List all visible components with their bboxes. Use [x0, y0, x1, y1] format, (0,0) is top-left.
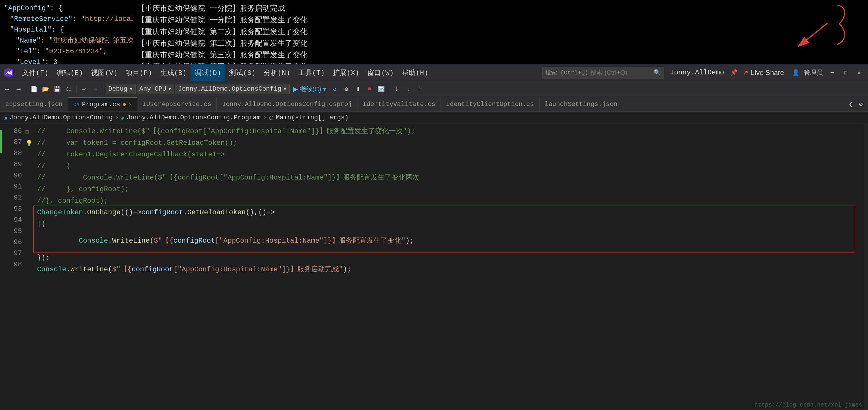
tabs-overflow-button[interactable]: ❮	[846, 99, 855, 109]
continue-button[interactable]: ▶ 继续(C) ▾	[291, 84, 329, 95]
user-icon[interactable]: 👤	[790, 67, 801, 78]
tab-program-close[interactable]: ×	[129, 102, 132, 108]
menu-debug[interactable]: 调试(D)	[191, 64, 225, 81]
tab-identityclientoption[interactable]: IdentityClientOption.cs	[441, 97, 539, 112]
save-all-icon[interactable]: 🗂	[63, 84, 74, 94]
platform-dropdown[interactable]: Any CPU ▾	[137, 84, 174, 94]
collapse-93: □	[25, 124, 33, 135]
redo-button[interactable]: ↪	[90, 84, 101, 94]
line-num-92: 92	[5, 192, 22, 203]
minimize-button[interactable]: —	[826, 66, 839, 79]
menu-file[interactable]: 文件(F)	[18, 64, 53, 81]
step-into-icon[interactable]: ↓	[403, 84, 413, 94]
menu-analyze[interactable]: 分析(N)	[260, 64, 294, 81]
toolbar-separator-2	[76, 85, 76, 93]
project-name-label: Jonny.AllDemo	[670, 69, 724, 76]
undo-button[interactable]: ↩	[79, 84, 89, 94]
line-89-code: // {	[37, 161, 70, 172]
menu-view[interactable]: 视图(V)	[87, 64, 121, 81]
search-icon: 🔍	[654, 69, 661, 76]
tabs-settings-button[interactable]: ⚙	[857, 99, 865, 109]
line-num-91: 91	[5, 181, 22, 192]
save-icon[interactable]: 💾	[52, 84, 62, 94]
red-brace-annotation	[833, 3, 850, 55]
vertical-scrollbar[interactable]	[864, 124, 868, 410]
menu-tools[interactable]: 工具(T)	[294, 64, 329, 81]
breadcrumb-method[interactable]: Main(string[] args)	[276, 114, 349, 121]
tab-identityvalitate-label: IdentityValitate.cs	[363, 101, 435, 108]
restore-button[interactable]: ☐	[839, 66, 852, 79]
stop-icon[interactable]: ■	[364, 84, 375, 94]
back-button[interactable]: ⟵	[2, 84, 12, 94]
code-line-91: // }, configRoot);	[37, 184, 860, 195]
tab-identityvalitate[interactable]: IdentityValitate.cs	[358, 97, 441, 112]
play-icon: ▶	[293, 86, 298, 93]
tab-launchsettings[interactable]: launchSettings.json	[539, 97, 623, 112]
red-arrow-annotation	[775, 18, 833, 58]
tab-appsetting-label: appsetting.json	[5, 101, 63, 108]
toolbar-separator-4	[389, 85, 389, 93]
menu-test[interactable]: 测试(S)	[225, 64, 259, 81]
debug-mode-dropdown[interactable]: Debug ▾	[106, 84, 135, 94]
tab-csproj-label: Jonny.AllDemo.OptionsConfig.csproj	[222, 101, 352, 108]
breadcrumb-project[interactable]: Jonny.AllDemo.OptionsConfig	[9, 114, 113, 121]
search-input[interactable]	[590, 69, 654, 76]
line-num-96: 96	[5, 237, 22, 248]
menu-extensions[interactable]: 扩展(X)	[329, 64, 363, 81]
code-line-96: });	[37, 252, 860, 264]
live-share-icon: ↗	[743, 69, 748, 77]
live-share-button[interactable]: ↗ Live Share	[739, 67, 787, 78]
tab-csproj[interactable]: Jonny.AllDemo.OptionsConfig.csproj	[217, 97, 358, 112]
open-file-icon[interactable]: 📂	[40, 84, 51, 94]
line-92-code: //}, configRoot);	[37, 195, 108, 207]
lightbulb-94: 💡	[25, 135, 33, 147]
close-button[interactable]: ✕	[852, 66, 866, 79]
menu-help[interactable]: 帮助(H)	[398, 64, 432, 81]
code-line-86: // Console.WriteLine($"【{configRoot["App…	[37, 126, 860, 137]
line-num-90: 90	[5, 170, 22, 181]
console-line-5: 【重庆市妇幼保健院 第三次】服务配置发生了变化	[137, 50, 864, 61]
debug-icon-1[interactable]: ⚙	[341, 84, 351, 94]
step-out-icon[interactable]: ↑	[414, 84, 425, 94]
visual-studio-icon	[3, 67, 14, 78]
menu-project[interactable]: 项目(P)	[122, 64, 156, 81]
continue-chevron: ▾	[323, 86, 326, 93]
json-line-2: "RemoteService": "http://localhost:44371…	[4, 13, 129, 24]
console-line-2: 【重庆市妇幼保健院 一分院】服务配置发生了变化	[137, 14, 864, 26]
watermark: https://blog.csdn.net/xhl_james	[754, 402, 862, 408]
code-content[interactable]: // Console.WriteLine($"【{configRoot["App…	[33, 124, 864, 410]
line-num-88: 88	[5, 148, 22, 159]
breadcrumb-icon-2: ◈	[121, 115, 125, 121]
restart-icon[interactable]: 🔄	[376, 84, 386, 94]
pause-icon[interactable]: ⏸	[353, 84, 363, 94]
project-dropdown[interactable]: Jonny.AllDemo.OptionsConfig ▾	[176, 84, 290, 94]
tab-icon-cs: C#	[73, 102, 80, 108]
lightbulb-icon[interactable]: 💡	[26, 138, 33, 149]
tab-iuserappservice[interactable]: IUserAppService.cs	[137, 97, 217, 112]
breadcrumb-file[interactable]: Jonny.AllDemo.OptionsConfig.Program	[127, 114, 260, 121]
code-line-98	[37, 275, 860, 287]
tab-appsetting[interactable]: appsetting.json	[0, 97, 68, 112]
toolbar: ⟵ ⟶ 📄 📂 💾 🗂 ↩ ↪ Debug ▾ Any CPU ▾ Jonny.…	[0, 81, 868, 97]
tab-program-label: Program.cs	[82, 101, 120, 108]
admin-label: 管理员	[804, 68, 823, 77]
refresh-icon[interactable]: ↺	[330, 84, 340, 94]
line-num-95: 95	[5, 226, 22, 237]
json-line-1: "AppConfig": {	[4, 3, 129, 13]
editor-area: 86 87 88 89 90 91 92 93 94 95 96 97 98 □…	[0, 124, 868, 410]
code-line-97: Console.WriteLine($"【{configRoot["AppCon…	[37, 264, 860, 275]
console-line-3: 【重庆市妇幼保健院 第二次】服务配置发生了变化	[137, 26, 864, 38]
search-label: 搜索 (Ctrl+Q)	[545, 69, 588, 76]
pin-icon[interactable]: 📌	[729, 67, 739, 78]
search-box[interactable]: 搜索 (Ctrl+Q) 🔍	[542, 67, 664, 78]
forward-button[interactable]: ⟶	[13, 84, 24, 94]
tab-program[interactable]: C# Program.cs ● ×	[68, 97, 137, 112]
menu-window[interactable]: 窗口(W)	[363, 64, 398, 81]
menu-build[interactable]: 生成(B)	[156, 64, 191, 81]
debug-mode-chevron: ▾	[129, 85, 133, 93]
breadcrumb-icon: ▣	[4, 115, 7, 121]
json-line-6: "Level": 3	[4, 57, 129, 64]
new-file-icon[interactable]: 📄	[29, 84, 39, 94]
step-over-icon[interactable]: ⤵	[391, 84, 402, 94]
menu-edit[interactable]: 编辑(E)	[53, 64, 87, 81]
